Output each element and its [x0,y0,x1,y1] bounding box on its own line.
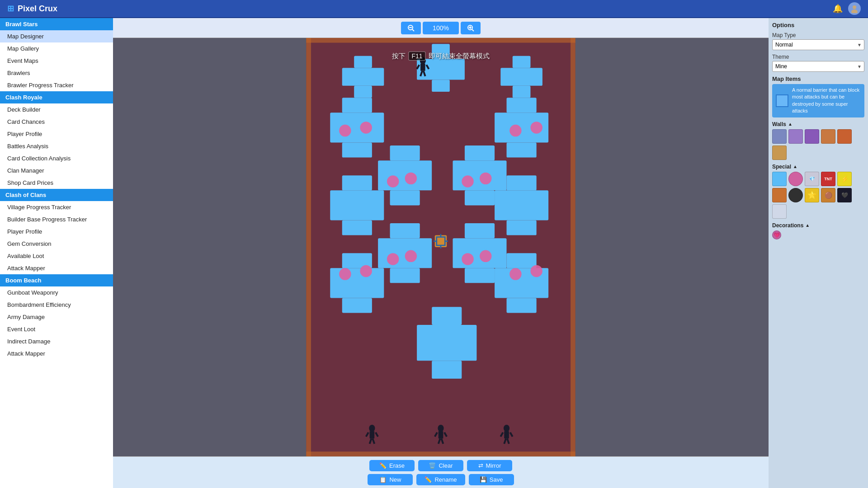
wall-item-0[interactable] [772,129,787,144]
save-button[interactable]: 💾 Save [469,474,514,485]
options-title: Options [772,22,864,28]
sidebar-item-event-maps[interactable]: Event Maps [0,55,113,67]
body: Brawl Stars Map Designer Map Gallery Eve… [0,18,868,488]
clear-button[interactable]: 🗑️ Clear [418,460,463,471]
walls-header[interactable]: Walls ▲ [772,121,864,127]
rename-button[interactable]: ✏️ Rename [416,474,465,485]
walls-title: Walls [772,121,786,127]
svg-rect-35 [453,160,506,190]
special-item-9[interactable]: 🖤 [837,188,852,202]
special-item-10[interactable] [772,204,787,219]
sidebar-item-deck-builder[interactable]: Deck Builder [0,103,113,116]
sidebar-item-gem-conversion[interactable]: Gem Conversion [0,238,113,250]
theme-select[interactable]: Mine Desert Snow Space [772,61,864,72]
sidebar-item-battles-analysis[interactable]: Battles Analysis [0,140,113,152]
svg-point-62 [339,125,351,136]
sidebar-item-attack-mapper-coc[interactable]: Attack Mapper [0,262,113,274]
decorations-header[interactable]: Decorations ▲ [772,222,864,229]
special-item-7[interactable]: ⭐ [805,188,819,202]
avatar[interactable] [848,2,861,15]
sidebar-item-village-progress-tracker[interactable]: Village Progress Tracker [0,201,113,213]
mirror-button[interactable]: ⇄ Mirror [467,460,512,471]
svg-rect-11 [342,68,384,86]
sidebar-item-brawlers[interactable]: Brawlers [0,67,113,79]
sidebar-item-bombardment-efficiency[interactable]: Bombardment Efficiency [0,299,113,311]
svg-rect-32 [378,160,432,190]
bottom-btn-row-1: ✏️ Erase 🗑️ Clear ⇄ Mirror [369,460,512,471]
sidebar-item-map-gallery[interactable]: Map Gallery [0,42,113,55]
sidebar-item-brawler-progress-tracker[interactable]: Brawler Progress Tracker [0,79,113,91]
sidebar-item-attack-mapper-bb[interactable]: Attack Mapper [0,347,113,360]
map-canvas[interactable]: 按下 F11 即可結束全螢幕模式 [113,38,769,456]
decoration-item-0[interactable]: 💗 [772,230,781,239]
svg-rect-16 [513,56,531,68]
special-item-8[interactable]: 🟤 [821,188,835,202]
svg-rect-18 [513,86,531,98]
new-button[interactable]: 📋 New [368,474,413,485]
special-item-3[interactable]: TNT [821,172,835,186]
sidebar-category-clash-royale[interactable]: Clash Royale [0,91,113,103]
bottom-btn-row-2: 📋 New ✏️ Rename 💾 Save [368,474,514,485]
theme-label: Theme [772,54,864,60]
svg-rect-44 [378,238,432,268]
svg-rect-15 [432,80,450,92]
erase-icon: ✏️ [379,462,387,469]
svg-rect-34 [465,145,495,160]
special-item-2[interactable]: 💎 [805,172,819,186]
svg-rect-31 [390,145,420,160]
wall-item-4[interactable] [837,129,852,144]
erase-button[interactable]: ✏️ Erase [369,460,415,471]
svg-rect-25 [342,175,372,190]
wall-item-2[interactable] [805,129,819,144]
logo-text: Pixel Crux [18,4,57,14]
zoom-in-button[interactable] [461,22,481,34]
sidebar-item-event-loot[interactable]: Event Loot [0,323,113,335]
special-item-4[interactable]: ⚡ [837,172,852,186]
svg-rect-29 [495,190,548,220]
sidebar-item-map-designer[interactable]: Map Designer [0,30,113,42]
selected-item-highlight[interactable]: A normal barrier that can block most att… [772,84,864,117]
svg-point-72 [509,268,521,280]
sidebar-item-card-chances[interactable]: Card Chances [0,116,113,128]
sidebar-item-card-collection-analysis[interactable]: Card Collection Analysis [0,152,113,164]
map-items-section: Map Items A normal barrier that can bloc… [772,75,864,117]
svg-point-71 [360,265,372,277]
svg-point-75 [405,250,417,262]
svg-point-70 [339,268,351,280]
save-label: Save [490,476,503,483]
svg-point-65 [530,122,542,133]
svg-rect-47 [453,238,506,268]
sidebar-category-clash-of-clans[interactable]: Clash of Clans [0,189,113,201]
special-header[interactable]: Special ▲ [772,164,864,170]
sidebar-item-clan-manager[interactable]: Clan Manager [0,164,113,177]
mirror-icon: ⇄ [478,462,483,469]
map-items-title: Map Items [772,75,864,82]
svg-rect-27 [342,220,372,235]
sidebar-item-shop-card-prices[interactable]: Shop Card Prices [0,177,113,189]
svg-rect-10 [354,56,372,68]
svg-point-84 [369,425,375,432]
sidebar-category-brawl-stars[interactable]: Brawl Stars [0,18,113,30]
sidebar-category-boom-beach[interactable]: Boom Beach [0,274,113,286]
sidebar-item-gunboat-weaponry[interactable]: Gunboat Weaponry [0,286,113,299]
zoom-out-button[interactable] [401,22,421,34]
sidebar-item-available-loot[interactable]: Available Loot [0,250,113,262]
special-item-1[interactable] [788,172,803,186]
sidebar-item-player-profile-coc[interactable]: Player Profile [0,225,113,238]
map-type-select[interactable]: Normal Gem Grab Showdown Brawl Ball [772,39,864,50]
sidebar-item-player-profile-cr[interactable]: Player Profile [0,128,113,140]
sidebar-item-indirect-damage[interactable]: Indirect Damage [0,335,113,347]
bell-icon[interactable]: 🔔 [833,4,843,14]
wall-item-5[interactable] [772,145,787,160]
wall-item-3[interactable] [821,129,835,144]
wall-item-1[interactable] [788,129,803,144]
svg-line-3 [412,29,414,31]
special-item-0[interactable] [772,172,787,186]
svg-rect-52 [306,38,575,43]
sidebar-item-army-damage[interactable]: Army Damage [0,311,113,323]
svg-rect-30 [507,220,537,235]
walls-section: Walls ▲ [772,121,864,160]
special-item-6[interactable] [788,188,803,202]
sidebar-item-builder-base-progress-tracker[interactable]: Builder Base Progress Tracker [0,213,113,225]
special-item-5[interactable] [772,188,787,202]
